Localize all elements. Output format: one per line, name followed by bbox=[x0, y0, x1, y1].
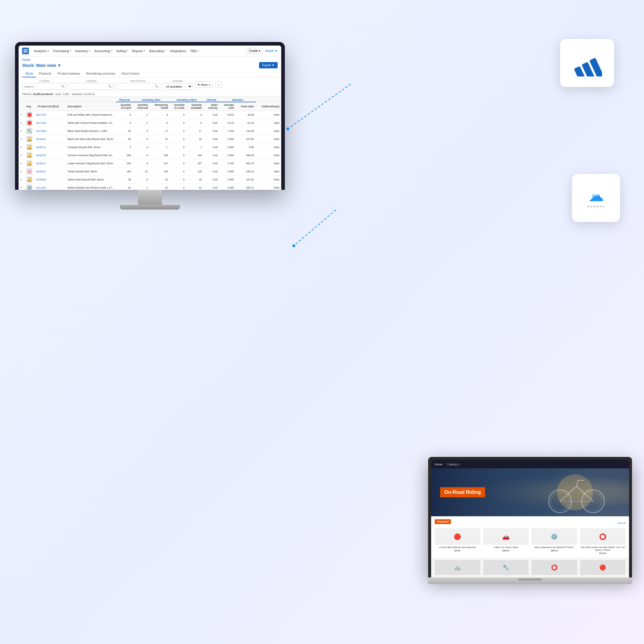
nav-item-barcoding[interactable]: Barcoding ▾ bbox=[148, 46, 167, 56]
row-avg-cost: 4.995 bbox=[219, 184, 236, 190]
row-img: 🔧 bbox=[25, 127, 34, 135]
row-qty-avail: 197 bbox=[186, 160, 204, 168]
row-sku[interactable]: 0109137 bbox=[34, 160, 66, 168]
product-price-2: $88.43 bbox=[532, 549, 577, 552]
row-subloc: Main bbox=[256, 143, 281, 151]
row-desc: Sweet Heart Bicycle Bell, 34mm bbox=[66, 176, 116, 184]
nav-item-inventory[interactable]: Inventory ▾ bbox=[73, 46, 92, 56]
row-sku[interactable]: 0111202 bbox=[34, 184, 66, 190]
product-name-0: 4 Piece Bike Reflector Set w/Mounts bbox=[435, 546, 480, 549]
row-expand[interactable]: + bbox=[19, 127, 25, 135]
category-input[interactable] bbox=[71, 85, 107, 88]
chevron-down-icon: ▾ bbox=[70, 49, 71, 52]
row-qty-avail: 31 bbox=[186, 135, 204, 143]
row-expand[interactable]: + bbox=[19, 119, 25, 127]
table-row: + 🔔 0109300 Sweet Heart Bicycle Bell, 34… bbox=[19, 176, 281, 184]
product-name-3: 20in Steel Hollow Hub Bike Wheel: 140, 1… bbox=[580, 546, 626, 551]
tab-product-lookups[interactable]: Product lookups bbox=[55, 70, 83, 77]
quantity-select[interactable]: All quantities bbox=[162, 83, 192, 90]
th-qty-hand: Quantityon hand bbox=[116, 102, 133, 111]
row-sku[interactable]: 0109300 bbox=[34, 176, 66, 184]
more-filters-button[interactable]: ▼ More: 1 bbox=[195, 81, 213, 88]
row-qty-res: 1 bbox=[133, 111, 150, 119]
breadcrumb[interactable]: Home bbox=[22, 58, 278, 61]
row-expand[interactable]: + bbox=[19, 176, 25, 184]
row-expand[interactable]: + bbox=[19, 151, 25, 160]
product-card-0[interactable]: 🔴 4 Piece Bike Reflector Set w/Mounts $9… bbox=[435, 528, 480, 555]
row-expand[interactable]: + bbox=[19, 111, 25, 119]
laptop-screen-wrapper: Home Catalog ∨ bbox=[428, 457, 632, 577]
filter-category: Category 🔍 bbox=[69, 79, 113, 90]
product-card-3[interactable]: ⭕ 20in Steel Hollow Hub Bike Wheel: 140,… bbox=[580, 528, 626, 555]
row-sku[interactable]: 0107238 bbox=[34, 119, 66, 127]
tab-stock[interactable]: Stock bbox=[22, 70, 36, 77]
th-physical: Physical bbox=[116, 97, 133, 102]
export-button[interactable]: Export ▼ bbox=[259, 62, 278, 68]
manufacturer-input[interactable] bbox=[118, 85, 154, 88]
row-velocity: 0.00 bbox=[204, 111, 219, 119]
tab-stock-history[interactable]: Stock history bbox=[118, 70, 142, 77]
sort-button[interactable]: ↕ bbox=[215, 81, 222, 88]
row-qty-hand: 54 bbox=[116, 184, 133, 190]
row-avg-cost: 2.745 bbox=[219, 160, 236, 168]
view-all-link[interactable]: View all bbox=[617, 522, 625, 524]
product-price-0: $9.49 bbox=[435, 549, 480, 552]
ecom-nav-catalog[interactable]: Catalog ∨ bbox=[447, 463, 460, 466]
laptop-screen: Home Catalog ∨ bbox=[431, 460, 629, 577]
create-button[interactable]: Create ▾ bbox=[246, 48, 263, 54]
product-img-1: 🚗 bbox=[483, 528, 529, 545]
nav-item-accounting[interactable]: Accounting ▾ bbox=[93, 46, 114, 56]
row-expand[interactable]: + bbox=[19, 168, 25, 176]
product-name-2: Alloy Chainwheel Set 36/42/52T 540CC bbox=[532, 546, 577, 549]
row-rem-bom: 4 bbox=[150, 111, 169, 119]
row-expand[interactable]: + bbox=[19, 160, 25, 168]
view-selector[interactable]: Main view ▼ bbox=[36, 63, 61, 68]
row-subloc: Main bbox=[256, 111, 281, 119]
inventory-logo-svg bbox=[572, 49, 602, 76]
row-qty-order: 0 bbox=[170, 143, 186, 151]
row-sku[interactable]: 0107990 bbox=[34, 127, 66, 135]
monitor-stand bbox=[138, 190, 162, 205]
ecom-nav-home[interactable]: Home bbox=[435, 463, 442, 466]
nav-item-integrations[interactable]: Integrations bbox=[168, 46, 188, 56]
nav-item-fba[interactable]: FBA ▾ bbox=[189, 46, 200, 56]
nav-item-reports[interactable]: Reports ▾ bbox=[130, 46, 147, 56]
row-img: 🌸 bbox=[25, 168, 34, 176]
location-input[interactable] bbox=[24, 85, 60, 88]
row-total-val: 269.73 bbox=[236, 184, 256, 190]
tab-reordering-summary[interactable]: Reordering summary bbox=[83, 70, 118, 77]
nav-item-selling[interactable]: Selling ▾ bbox=[115, 46, 130, 56]
tab-products[interactable]: Products bbox=[36, 70, 54, 77]
row-sku[interactable]: 0109161 bbox=[34, 168, 66, 176]
ecom-row2: 🚲 🔧 ⭕ 🔴 bbox=[431, 558, 629, 577]
th-subloc-empty bbox=[256, 97, 281, 102]
row-sku[interactable]: 0107226 bbox=[34, 111, 66, 119]
chevron-down-icon: ▾ bbox=[259, 49, 260, 52]
table-row: + 🔧 0107990 Black Steel Basket Bracket, … bbox=[19, 127, 281, 135]
row-img: 🔔 bbox=[25, 135, 34, 143]
row-velocity: 0.00 bbox=[204, 184, 219, 190]
nav-item-analytics[interactable]: Analytics ▾ bbox=[32, 46, 51, 56]
import-button[interactable]: Import ▼ bbox=[265, 49, 278, 52]
row-expand[interactable]: + bbox=[19, 184, 25, 190]
row-qty-avail: 17 bbox=[186, 127, 204, 135]
product-card-2[interactable]: ⚙️ Alloy Chainwheel Set 36/42/52T 540CC … bbox=[532, 528, 577, 555]
table-container: Physical Including sales Including order… bbox=[19, 97, 281, 190]
nav-item-purchasing[interactable]: Purchasing ▾ bbox=[51, 46, 73, 56]
th-sku[interactable]: ↓ Product ID (SKU) bbox=[34, 102, 66, 111]
row-sku[interactable]: 0109113 bbox=[34, 143, 66, 151]
row-expand[interactable]: + bbox=[19, 143, 25, 151]
row-sku[interactable]: 0109125 bbox=[34, 151, 66, 160]
featured-label: Featured bbox=[435, 519, 451, 524]
filter-manufacturer: Manufacturer 🔍 bbox=[116, 79, 160, 90]
th-including-orders: Including orders bbox=[170, 97, 204, 102]
row-expand[interactable]: + bbox=[19, 135, 25, 143]
row-velocity: 0.00 bbox=[204, 160, 219, 168]
page-tabs: Stock Products Product lookups Reorderin… bbox=[22, 70, 278, 77]
product-name-1: 3 Bike Car Carrier, Black bbox=[483, 546, 529, 549]
product-card-1[interactable]: 🚗 3 Bike Car Carrier, Black $80.94 bbox=[483, 528, 529, 555]
row-sku[interactable]: 0109101 bbox=[34, 135, 66, 143]
row-desc: White with Colored Flowers Basket, 11i..… bbox=[66, 119, 116, 127]
manufacturer-label: Manufacturer bbox=[116, 79, 160, 82]
manufacturer-input-wrap: 🔍 bbox=[116, 83, 160, 90]
